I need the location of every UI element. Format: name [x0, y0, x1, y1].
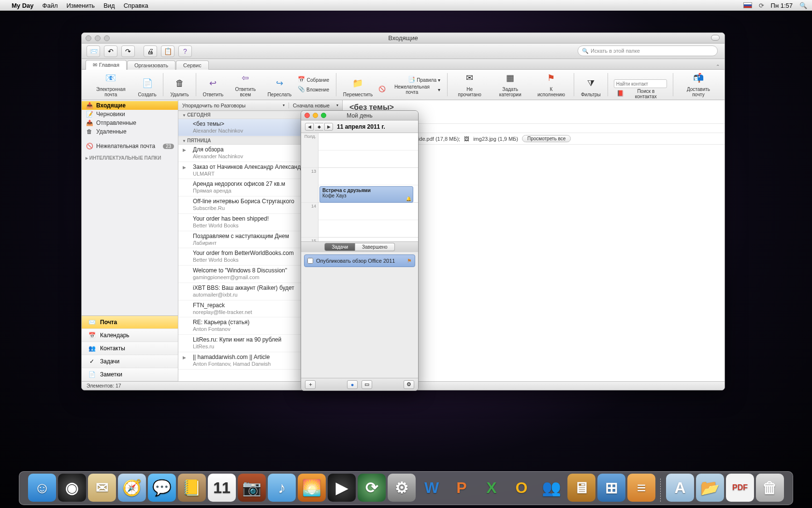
dock-pdf-icon[interactable]: PDF: [726, 474, 754, 502]
redo-button[interactable]: ↷: [121, 45, 135, 57]
dock-dashboard-icon[interactable]: ◉: [58, 474, 86, 502]
categories-toggle-button[interactable]: ▭: [362, 380, 372, 389]
module-tasks[interactable]: ✓Задачи: [82, 355, 178, 368]
myday-button[interactable]: 📋: [161, 45, 174, 57]
view-all-attachments-button[interactable]: Просмотреть все: [522, 135, 571, 142]
timemachine-menulet-icon[interactable]: ⟳: [759, 2, 764, 9]
folder-junk[interactable]: 🚫Нежелательная почта23: [82, 142, 178, 150]
delete-button[interactable]: 🗑Удалить: [167, 70, 191, 98]
search-input[interactable]: Искать в этой папке: [578, 45, 718, 56]
followup-button[interactable]: ⚑К исполнению: [533, 70, 570, 98]
minimize-icon[interactable]: [313, 113, 318, 118]
toolbar-toggle-icon[interactable]: [711, 35, 720, 41]
dock-word-icon[interactable]: W: [418, 474, 446, 502]
dock-frontrow-icon[interactable]: ▶: [328, 474, 356, 502]
calendar-slots[interactable]: Встреча с друзьями Кофе Хауз 🔔: [319, 133, 418, 241]
prev-day-button[interactable]: ◀: [305, 123, 314, 131]
next-day-button[interactable]: ▶: [324, 123, 333, 131]
module-notes[interactable]: 📄Заметки: [82, 368, 178, 381]
folder-sent[interactable]: 📤Отправленные: [82, 119, 178, 127]
folder-inbox[interactable]: 📥Входящие: [82, 101, 178, 110]
module-mail[interactable]: ✉️Почта: [82, 316, 178, 329]
myday-calendar[interactable]: Полд. 13 14 15 Встреча с друзьями Кофе Х…: [301, 133, 418, 241]
spotlight-icon[interactable]: 🔍: [799, 2, 807, 9]
menu-view[interactable]: Вид: [103, 2, 115, 9]
dock-excel-icon[interactable]: X: [478, 474, 506, 502]
new-email-button[interactable]: 📧Электронная почта: [87, 70, 135, 98]
sort-by-button[interactable]: Упорядочить по Разговоры▾: [178, 103, 289, 108]
folder-drafts[interactable]: 📝Черновики: [82, 110, 178, 119]
dock-outlook-icon[interactable]: O: [508, 474, 536, 502]
menu-help[interactable]: Справка: [124, 2, 148, 9]
send-receive-ribbon-button[interactable]: 📬Доставить почту: [677, 70, 720, 98]
close-icon[interactable]: [304, 113, 310, 118]
categories-button[interactable]: ▦Задать категории: [488, 70, 533, 98]
create-button[interactable]: 📄Создать: [135, 70, 160, 98]
dock-timemachine-icon[interactable]: ⟳: [358, 474, 386, 502]
attachment-button[interactable]: 📎Вложение: [294, 85, 332, 94]
send-receive-button[interactable]: 📨: [87, 45, 100, 57]
dock-powerpoint-icon[interactable]: P: [448, 474, 476, 502]
dock-appstore-icon[interactable]: A: [666, 474, 694, 502]
tab-completed[interactable]: Завершено: [355, 243, 395, 251]
module-calendar[interactable]: 📅Календарь: [82, 329, 178, 342]
forward-button[interactable]: ↪Переслать: [265, 70, 294, 98]
dock-iphoto-icon[interactable]: 🌅: [298, 474, 326, 502]
dock-reeder-icon[interactable]: ≡: [627, 474, 655, 502]
window-titlebar[interactable]: Входящие: [82, 33, 725, 44]
app-menu[interactable]: My Day: [12, 2, 34, 9]
thread-expand-icon[interactable]: ▶: [183, 148, 186, 153]
thread-expand-icon[interactable]: ▶: [183, 165, 186, 170]
dock-parallels-icon[interactable]: ⊞: [597, 474, 625, 502]
dock-addressbook-icon[interactable]: 📒: [178, 474, 206, 502]
myday-titlebar[interactable]: Мой день: [301, 111, 418, 120]
dock-preferences-icon[interactable]: ⚙: [388, 474, 416, 502]
dock-itunes-icon[interactable]: ♪: [268, 474, 296, 502]
move-button[interactable]: 📁Переместить: [340, 70, 376, 98]
tab-tasks[interactable]: Задачи: [324, 243, 355, 251]
clock[interactable]: Пн 1:57: [771, 2, 793, 9]
unread-button[interactable]: ✉Не прочитано: [451, 70, 488, 98]
find-contact-input[interactable]: [614, 79, 667, 88]
menu-edit[interactable]: Изменить: [67, 2, 95, 9]
due-today-button[interactable]: ●: [347, 380, 358, 389]
thread-expand-icon[interactable]: ▶: [183, 355, 186, 360]
reply-button[interactable]: ↩Ответить: [200, 70, 226, 98]
tab-tools[interactable]: Сервис: [176, 60, 209, 70]
today-button[interactable]: ◆: [315, 123, 323, 131]
dock-documents-icon[interactable]: 📂: [696, 474, 724, 502]
settings-button[interactable]: ⚙: [404, 380, 414, 389]
tab-organize[interactable]: Организовать: [127, 60, 175, 70]
task-item[interactable]: Опубликовать обзор Office 2011 ⚑: [304, 254, 415, 267]
task-checkbox[interactable]: [307, 258, 313, 264]
filters-button[interactable]: ⧩Фильтры: [578, 70, 604, 98]
module-contacts[interactable]: 👥Контакты: [82, 342, 178, 355]
find-in-contacts-button[interactable]: 📕Поиск в контактах: [614, 90, 669, 98]
attachment-image[interactable]: img23.jpg (1,9 МБ): [473, 136, 518, 142]
meeting-button[interactable]: 📅Собрание: [294, 75, 332, 84]
menu-file[interactable]: Файл: [43, 2, 58, 9]
undo-button[interactable]: ↶: [104, 45, 117, 57]
calendar-event[interactable]: Встреча с друзьями Кофе Хауз 🔔: [319, 186, 413, 203]
dock-ichat-icon[interactable]: 💬: [148, 474, 176, 502]
myday-traffic-lights[interactable]: [304, 113, 326, 118]
ribbon-collapse-icon[interactable]: ⌃: [716, 64, 720, 69]
zoom-icon[interactable]: [321, 113, 326, 118]
folder-deleted[interactable]: 🗑Удаленные: [82, 127, 178, 136]
window-traffic-lights[interactable]: [86, 35, 110, 41]
print-button[interactable]: 🖨: [144, 45, 157, 57]
smart-folders-header[interactable]: ▸ ИНТЕЛЛЕКТУАЛЬНЫЕ ПАПКИ: [82, 150, 178, 162]
tab-home[interactable]: ✉Главная: [86, 60, 127, 70]
reply-all-button[interactable]: ⇦Ответить всем: [226, 70, 265, 98]
add-task-button[interactable]: ＋: [305, 380, 316, 389]
dock-photobooth-icon[interactable]: 📷: [238, 474, 266, 502]
dock-safari-icon[interactable]: 🧭: [118, 474, 146, 502]
task-flag-icon[interactable]: ⚑: [407, 258, 412, 264]
sort-dir-button[interactable]: Сначала новые▾: [289, 103, 342, 108]
dock-mail-icon[interactable]: ✉: [88, 474, 116, 502]
help-button[interactable]: ?: [178, 45, 192, 57]
dock-trash-icon[interactable]: 🗑: [756, 474, 784, 502]
input-language-icon[interactable]: [743, 2, 752, 8]
rules-button[interactable]: 📑Правила ▾: [376, 75, 443, 84]
dock-remote-icon[interactable]: 🖥: [567, 474, 595, 502]
